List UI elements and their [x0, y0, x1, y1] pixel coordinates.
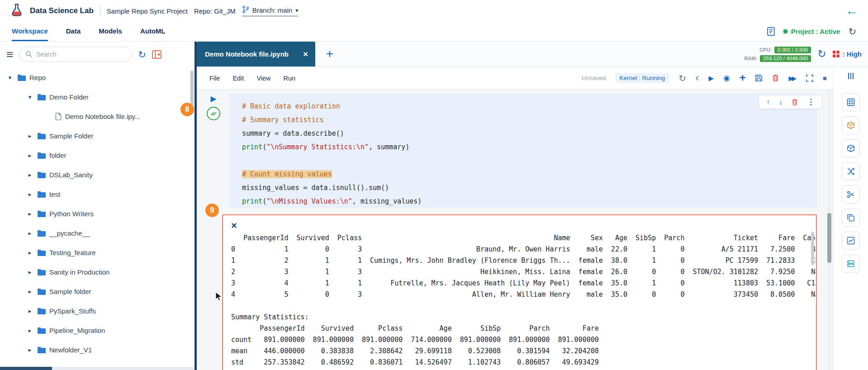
- folder-icon: [37, 152, 46, 159]
- folder-icon: [37, 249, 46, 256]
- chevron-left-icon[interactable]: ‹: [695, 71, 699, 83]
- caret-right-icon[interactable]: ▸: [26, 210, 33, 217]
- folder-icon: [37, 230, 46, 237]
- tree-item-label: Sample Folder: [49, 132, 94, 140]
- code-cell[interactable]: # Basic data exploration# Summary statis…: [229, 93, 817, 208]
- file-tree-hscroll-track: [0, 367, 194, 370]
- close-tab-icon[interactable]: ×: [303, 50, 308, 58]
- caret-right-icon[interactable]: ▸: [26, 327, 33, 334]
- collapse-panel-icon[interactable]: [152, 50, 161, 59]
- nav-tab-models[interactable]: Models: [99, 22, 122, 41]
- notebook-content: ▶ ✓✓ # Basic data exploration# Summary s…: [197, 90, 833, 370]
- tree-item-python-writers[interactable]: ▸Python Writers: [0, 204, 194, 223]
- tree-item-testing-feature[interactable]: ▸Testing_feature: [0, 243, 194, 262]
- tree-item-label: Newfolder_V1: [49, 346, 92, 354]
- caret-right-icon[interactable]: ▸: [26, 346, 33, 353]
- close-output-icon[interactable]: ×: [231, 221, 237, 231]
- caret-right-icon[interactable]: ▸: [26, 230, 33, 237]
- nav-tab-workspace[interactable]: Workspace: [12, 22, 48, 41]
- caret-right-icon[interactable]: ▸: [26, 269, 33, 275]
- output-line: 0 1 0 3 Braund, Mr. Owen Harris male 22.…: [231, 244, 809, 255]
- move-cell-down-icon[interactable]: ↓: [779, 99, 783, 106]
- package-icon[interactable]: [842, 116, 860, 134]
- menu-run[interactable]: Run: [284, 75, 296, 82]
- menu-edit[interactable]: Edit: [232, 75, 244, 82]
- cpu-label: CPU:: [759, 47, 772, 52]
- menu-hamburger-icon[interactable]: ≡: [6, 48, 13, 60]
- caret-right-icon[interactable]: ▸: [26, 191, 33, 198]
- tree-item-demo-folder[interactable]: ▾Demo Folder: [0, 87, 194, 107]
- save-status: Unsaved: [582, 75, 606, 81]
- output-line: count 891.000000 891.000000 891.000000 7…: [231, 334, 809, 346]
- scissors-icon[interactable]: [842, 185, 860, 204]
- tree-item-newfolder-v1[interactable]: ▸Newfolder_V1: [0, 340, 194, 360]
- header-divider: [100, 6, 100, 16]
- tree-item-dslab-sanity[interactable]: ▸DSLab_Sanity: [0, 165, 194, 185]
- refresh-files-icon[interactable]: ↻: [138, 50, 146, 59]
- file-tree-hscroll-thumb[interactable]: [0, 367, 52, 370]
- tree-item-sample-folder[interactable]: ▸Sample folder: [0, 282, 194, 301]
- chart-icon[interactable]: [842, 232, 860, 250]
- fullscreen-icon[interactable]: [806, 75, 813, 82]
- branch-selector[interactable]: Branch: main ▾: [242, 5, 298, 16]
- move-cell-up-icon[interactable]: ↑: [766, 99, 770, 106]
- delete-cell-icon[interactable]: [792, 99, 798, 106]
- caret-down-icon[interactable]: ▾: [26, 94, 33, 100]
- refresh-kernel-icon[interactable]: ↻: [678, 74, 686, 83]
- file-search-box[interactable]: [19, 47, 132, 62]
- add-cell-icon[interactable]: +: [740, 73, 745, 83]
- nav-tab-data[interactable]: Data: [66, 22, 81, 41]
- copy-icon[interactable]: [842, 209, 860, 227]
- branch-label: Branch: main: [252, 6, 292, 14]
- output-scrollbar[interactable]: [811, 232, 814, 265]
- tree-item-label: Python Writers: [49, 210, 94, 218]
- model-cube-icon[interactable]: [842, 139, 860, 157]
- caret-right-icon[interactable]: ▸: [26, 152, 33, 159]
- tree-item-label: Demo Notebook file.ipy...: [65, 113, 140, 120]
- file-tree-scrollbar[interactable]: [190, 71, 194, 106]
- layout-columns-icon[interactable]: [847, 72, 854, 81]
- code-editor[interactable]: # Basic data exploration# Summary statis…: [242, 100, 817, 208]
- run-cell-icon[interactable]: ▶: [210, 95, 216, 103]
- caret-right-icon[interactable]: ▸: [26, 249, 33, 256]
- caret-down-icon[interactable]: ▾: [6, 74, 14, 81]
- save-notebook-icon[interactable]: [755, 74, 763, 82]
- record-icon[interactable]: ◉: [723, 74, 730, 82]
- tree-item-pipeline-migration[interactable]: ▸Pipeline_Migration: [0, 321, 194, 340]
- tree-item-folder[interactable]: ▸folder: [0, 146, 194, 165]
- tree-item-sanity-in-production[interactable]: ▸Sanity in Production: [0, 262, 194, 282]
- tab-title: Demo Notebook file.ipynb: [205, 50, 289, 58]
- pipeline-shuffle-icon[interactable]: [842, 162, 860, 180]
- tree-item-sample-folder[interactable]: ▸Sample Folder: [0, 126, 194, 146]
- output-line: PassengerId Survived Pclass Age SibSp Pa…: [231, 323, 809, 334]
- tab-demo-notebook[interactable]: Demo Notebook file.ipynb ×: [197, 42, 315, 66]
- back-arrow-icon[interactable]: ←: [845, 5, 858, 17]
- menu-file[interactable]: File: [209, 75, 220, 82]
- add-tab-button[interactable]: +: [326, 48, 333, 60]
- tree-item-repo[interactable]: ▾Repo: [0, 68, 194, 87]
- search-input[interactable]: [36, 51, 126, 58]
- tree-item-demo-notebook-file-ipy[interactable]: Demo Notebook file.ipy...: [0, 107, 194, 126]
- tree-item-pycache[interactable]: ▸__pycache__: [0, 223, 194, 243]
- stop-kernel-icon[interactable]: ■: [823, 75, 827, 81]
- annotation-marker-9: 9: [205, 204, 219, 217]
- run-cell-toolbar-icon[interactable]: ▶: [709, 75, 714, 81]
- priority-indicator: : High: [833, 50, 862, 58]
- menu-view[interactable]: View: [256, 75, 270, 82]
- caret-right-icon[interactable]: ▸: [26, 171, 33, 178]
- notebook-scrollbar-thumb[interactable]: [827, 213, 831, 263]
- activity-log-icon[interactable]: [767, 27, 775, 36]
- delete-cell-icon[interactable]: [772, 74, 779, 82]
- caret-right-icon[interactable]: ▸: [26, 133, 33, 139]
- storage-icon[interactable]: [842, 255, 860, 273]
- tree-item-pyspark-stuffs[interactable]: ▸PySpark_Stuffs: [0, 301, 194, 321]
- tree-item-test[interactable]: ▸test: [0, 185, 194, 204]
- run-all-icon[interactable]: ▶▶: [788, 75, 797, 81]
- refresh-project-icon[interactable]: ↻: [848, 27, 856, 36]
- caret-right-icon[interactable]: ▸: [26, 308, 33, 314]
- caret-right-icon[interactable]: ▸: [26, 288, 33, 295]
- data-grid-icon[interactable]: [842, 93, 860, 111]
- nav-tab-automl[interactable]: AutoML: [140, 22, 166, 41]
- cell-more-options-icon[interactable]: ⋮: [807, 98, 815, 106]
- refresh-resources-icon[interactable]: ↻: [817, 49, 826, 59]
